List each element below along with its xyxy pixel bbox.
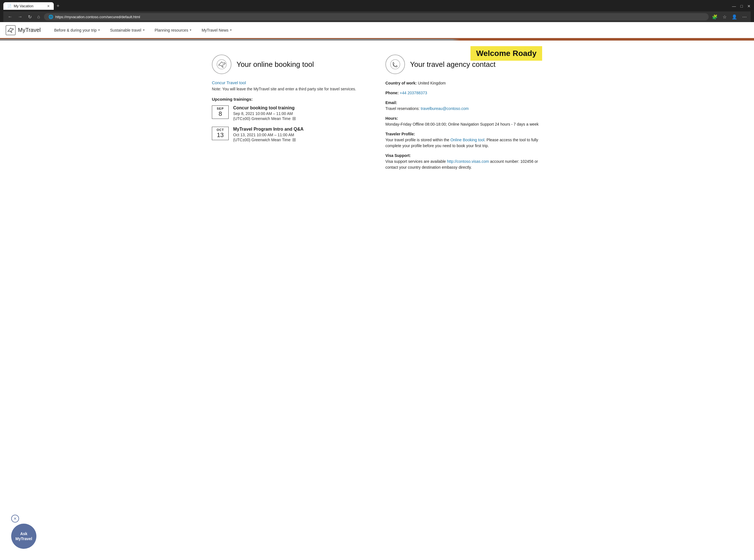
email-label: Email:: [385, 100, 397, 105]
visa-support-label: Visa Support:: [385, 153, 411, 158]
nav-item-sustainable[interactable]: Sustainable travel ▾: [105, 22, 150, 38]
contact-phone: Phone: +44 203788373: [385, 90, 542, 96]
add-to-calendar-icon-1[interactable]: ⊞: [292, 116, 296, 121]
svg-point-1: [390, 60, 400, 69]
contact-visa-support: Visa Support: Visa support services are …: [385, 153, 542, 171]
travel-agency-section: Your travel agency contact Country of wo…: [385, 55, 542, 174]
nav-item-before-during[interactable]: Before & during your trip ▾: [49, 22, 105, 38]
training-item-2: OCT 13 MyTravel Program Intro and Q&A Oc…: [212, 127, 369, 142]
concur-travel-link[interactable]: Concur Travel tool: [212, 80, 369, 85]
training-name-1: Concur booking tool training: [233, 105, 296, 111]
training-date-2: Oct 13, 2021 10:00 AM – 11:00 AM: [233, 133, 304, 137]
training-details-2: MyTravel Program Intro and Q&A Oct 13, 2…: [233, 127, 304, 142]
training-date-1: Sep 8, 2021 10:00 AM – 11:00 AM: [233, 111, 296, 116]
nav-label-sustainable: Sustainable travel: [110, 28, 141, 33]
contact-traveler-profile: Traveler Profile: Your travel profile is…: [385, 131, 542, 149]
more-button[interactable]: ⋯: [741, 14, 748, 20]
refresh-button[interactable]: ↻: [26, 14, 33, 20]
two-column-layout: Your online booking tool Concur Travel t…: [212, 55, 542, 174]
visa-support-link[interactable]: http://contoso.visas.com: [447, 159, 489, 164]
online-booking-tool-link[interactable]: Online Booking tool: [450, 138, 484, 142]
globe-icon: 🌐: [49, 15, 53, 19]
training-item-1: SEP 8 Concur booking tool training Sep 8…: [212, 105, 369, 121]
training-tz-1: (UTC±00) Greenwich Mean Time ⊞: [233, 116, 296, 121]
svg-point-0: [217, 60, 227, 69]
browser-chrome: 📄 My Vacation ✕ + — □ ✕ ← → ↻ ⌂ 🌐 https:…: [0, 0, 754, 22]
nav-item-news[interactable]: MyTravel News ▾: [196, 22, 237, 38]
address-bar[interactable]: 🌐 https://myvacation.contoso.com/secured…: [44, 13, 709, 20]
calendar-month-sep: SEP: [212, 107, 228, 110]
maximize-button[interactable]: □: [740, 4, 743, 8]
booking-tool-header: Your online booking tool: [212, 55, 369, 74]
chevron-down-icon: ▾: [190, 28, 191, 32]
tab-favicon: 📄: [7, 4, 12, 8]
training-name-2: MyTravel Program Intro and Q&A: [233, 127, 304, 132]
email-sublabel: Travel reservations:: [385, 106, 420, 111]
tab-title: My Vacation: [14, 4, 34, 8]
home-button[interactable]: ⌂: [36, 14, 42, 20]
email-link[interactable]: travelbureau@contoso.com: [421, 106, 468, 111]
airplane-icon-circle: [212, 55, 231, 74]
chevron-down-icon: ▾: [143, 28, 145, 32]
booking-tool-section: Your online booking tool Concur Travel t…: [212, 55, 369, 174]
browser-tab[interactable]: 📄 My Vacation ✕: [3, 2, 54, 10]
country-value: United Kingdom: [418, 81, 446, 85]
training-timezone-2: (UTC±00) Greenwich Mean Time: [233, 138, 291, 142]
contact-hours: Hours: Monday-Friday Offline 08:00-18:00…: [385, 116, 542, 127]
app-navbar: MyTravel Before & during your trip ▾ Sus…: [0, 22, 754, 39]
calendar-month-oct: OCT: [212, 128, 228, 132]
upcoming-trainings-label: Upcoming trainings:: [212, 97, 369, 102]
tab-close-button[interactable]: ✕: [47, 4, 50, 8]
add-to-calendar-icon-2[interactable]: ⊞: [292, 137, 296, 142]
training-tz-2: (UTC±00) Greenwich Mean Time ⊞: [233, 137, 304, 142]
nav-label-news: MyTravel News: [201, 28, 228, 33]
nav-item-planning[interactable]: Planning resources ▾: [150, 22, 197, 38]
window-close-button[interactable]: ✕: [747, 4, 751, 8]
nav-items: Before & during your trip ▾ Sustainable …: [49, 22, 237, 38]
url-text: https://myvacation.contoso.com/secured/d…: [55, 15, 140, 19]
minimize-button[interactable]: —: [732, 4, 736, 8]
nav-label-before-during: Before & during your trip: [54, 28, 97, 33]
extensions-button[interactable]: 🧩: [711, 14, 719, 20]
traveler-profile-text-before: Your travel profile is stored within the: [385, 138, 450, 142]
logo-icon: [6, 25, 16, 35]
training-details-1: Concur booking tool training Sep 8, 2021…: [233, 105, 296, 121]
hours-label: Hours:: [385, 116, 398, 121]
new-tab-button[interactable]: +: [54, 3, 62, 9]
visa-support-text-before: Visa support services are available: [385, 159, 447, 164]
app-logo: MyTravel: [6, 25, 41, 35]
country-label: Country of work:: [385, 81, 417, 85]
profiles-button[interactable]: 👤: [731, 14, 738, 20]
traveler-profile-label: Traveler Profile:: [385, 132, 415, 136]
browser-toolbar: ← → ↻ ⌂ 🌐 https://myvacation.contoso.com…: [3, 12, 751, 22]
phone-label: Phone:: [385, 91, 399, 95]
training-timezone-1: (UTC±00) Greenwich Mean Time: [233, 116, 291, 121]
nav-label-planning: Planning resources: [155, 28, 188, 33]
calendar-box-sep: SEP 8: [212, 105, 229, 119]
main-content: Welcome Roady Your online booking tool C…: [195, 41, 559, 183]
app-logo-text: MyTravel: [18, 27, 41, 33]
chevron-down-icon: ▾: [98, 28, 100, 32]
booking-note: Note: You will leave the MyTravel site a…: [212, 87, 369, 91]
contact-email: Email: Travel reservations: travelbureau…: [385, 100, 542, 112]
back-button[interactable]: ←: [6, 14, 14, 20]
travel-agency-title: Your travel agency contact: [410, 60, 496, 69]
calendar-day-sep: 8: [212, 110, 228, 118]
browser-titlebar: 📄 My Vacation ✕ + — □ ✕: [3, 2, 751, 10]
favorites-button[interactable]: ☆: [721, 14, 728, 20]
hours-value: Monday-Friday Offline 08:00-18:00; Onlin…: [385, 122, 539, 126]
phone-link[interactable]: +44 203788373: [400, 91, 427, 95]
calendar-box-oct: OCT 13: [212, 127, 229, 140]
phone-icon-circle: [385, 55, 405, 74]
welcome-badge: Welcome Roady: [470, 46, 542, 61]
calendar-day-oct: 13: [212, 132, 228, 139]
window-controls: — □ ✕: [732, 4, 751, 8]
booking-tool-title: Your online booking tool: [236, 60, 314, 69]
chevron-down-icon: ▾: [230, 28, 232, 32]
forward-button[interactable]: →: [16, 14, 24, 20]
contact-country: Country of work: United Kingdom: [385, 80, 542, 86]
toolbar-actions: 🧩 ☆ 👤 ⋯: [711, 14, 748, 20]
